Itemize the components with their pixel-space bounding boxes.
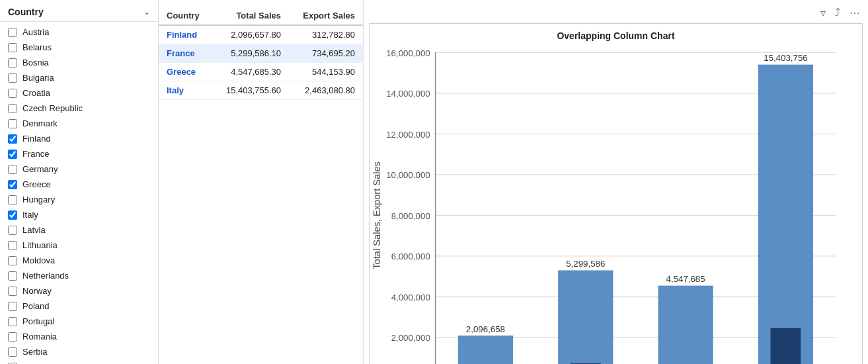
filter-item-label: Latvia (22, 225, 46, 235)
filter-checkbox[interactable] (8, 256, 17, 265)
svg-rect-19 (458, 336, 513, 364)
filter-checkbox[interactable] (8, 58, 17, 68)
filter-checkbox[interactable] (8, 89, 17, 98)
filter-checkbox[interactable] (8, 241, 17, 250)
filter-item[interactable]: Moldova (0, 253, 158, 268)
data-table-panel: CountryTotal SalesExport Sales Finland2,… (159, 0, 364, 364)
svg-rect-36 (771, 328, 801, 364)
filter-checkbox[interactable] (8, 332, 17, 341)
filter-icon[interactable]: ▿ (818, 5, 828, 21)
filter-checkbox[interactable] (8, 302, 17, 311)
filter-item[interactable]: Netherlands (0, 268, 158, 283)
table-cell-total-sales: 5,299,586.10 (212, 44, 289, 63)
filter-item[interactable]: Italy (0, 207, 158, 222)
svg-text:Total Sales, Export Sales: Total Sales, Export Sales (372, 161, 382, 269)
filter-checkbox[interactable] (8, 180, 17, 189)
table-cell-total-sales: 2,096,657.80 (212, 25, 289, 44)
filter-checkbox[interactable] (8, 43, 17, 52)
table-cell-country: Italy (159, 81, 212, 100)
filter-item[interactable]: Romania (0, 329, 158, 344)
svg-text:16,000,000: 16,000,000 (386, 48, 430, 58)
filter-checkbox[interactable] (8, 73, 17, 83)
filter-checkbox[interactable] (8, 195, 17, 205)
chart-svg-wrapper: 02,000,0004,000,0006,000,0008,000,00010,… (370, 44, 862, 364)
filter-header: Country ⌄ (0, 0, 158, 22)
table-cell-country: France (159, 44, 212, 63)
expand-icon[interactable]: ⤴ (832, 5, 843, 21)
filter-item-label: Hungary (22, 195, 55, 205)
filter-item-label: Poland (22, 301, 49, 311)
filter-item-label: France (22, 149, 49, 159)
filter-item[interactable]: Finland (0, 131, 158, 146)
table-cell-export-sales: 2,463,080.80 (289, 81, 363, 100)
filter-item[interactable]: Croatia (0, 85, 158, 101)
filter-checkbox[interactable] (8, 317, 17, 326)
svg-rect-34 (758, 65, 813, 364)
filter-checkbox[interactable] (8, 165, 17, 174)
filter-item-label: Finland (22, 134, 51, 144)
filter-item-label: Norway (22, 286, 52, 296)
table-row: Greece4,547,685.30544,153.90 (159, 63, 363, 81)
svg-text:4,000,000: 4,000,000 (391, 293, 430, 302)
filter-checkbox[interactable] (8, 134, 17, 144)
table-cell-total-sales: 15,403,755.60 (212, 81, 289, 100)
svg-text:12,000,000: 12,000,000 (386, 130, 430, 140)
filter-checkbox[interactable] (8, 28, 17, 37)
chart-panel: ▿ ⤴ ⋯ Overlapping Column Chart 02,000,00… (364, 0, 868, 364)
filter-checkbox[interactable] (8, 104, 17, 113)
filter-item-label: Bulgaria (22, 73, 54, 83)
filter-item[interactable]: Czech Republic (0, 101, 158, 116)
filter-item-label: Belarus (22, 42, 52, 52)
filter-item[interactable]: Lithuania (0, 238, 158, 253)
filter-item[interactable]: Austria (0, 24, 158, 40)
filter-item[interactable]: Greece (0, 177, 158, 192)
svg-rect-24 (558, 270, 613, 364)
filter-title: Country (8, 7, 44, 17)
svg-text:5,299,586: 5,299,586 (566, 259, 605, 269)
filter-checkbox[interactable] (8, 226, 17, 235)
table-cell-export-sales: 544,153.90 (289, 63, 363, 81)
filter-item-label: Moldova (22, 255, 55, 265)
filter-item[interactable]: Germany (0, 161, 158, 177)
filter-item[interactable]: Portugal (0, 314, 158, 329)
filter-item-label: Croatia (22, 88, 50, 98)
filter-item-label: Portugal (22, 316, 54, 326)
svg-text:2,000,000: 2,000,000 (391, 333, 430, 343)
filter-item[interactable]: Poland (0, 298, 158, 314)
filter-checkbox[interactable] (8, 271, 17, 281)
table-header: Total Sales (212, 7, 289, 25)
filter-item-label: Greece (22, 179, 51, 189)
more-options-icon[interactable]: ⋯ (847, 5, 863, 21)
svg-text:8,000,000: 8,000,000 (391, 211, 430, 221)
svg-text:15,403,756: 15,403,756 (764, 53, 808, 63)
filter-item-label: Germany (22, 164, 58, 174)
table-cell-export-sales: 734,695.20 (289, 44, 363, 63)
filter-item[interactable]: Latvia (0, 222, 158, 238)
filter-item[interactable]: Belarus (0, 40, 158, 55)
filter-item-label: Netherlands (22, 271, 69, 281)
filter-collapse-icon[interactable]: ⌄ (143, 7, 150, 17)
filter-item[interactable]: Hungary (0, 192, 158, 207)
table-header: Country (159, 7, 212, 25)
filter-item[interactable]: Denmark (0, 116, 158, 131)
filter-item[interactable]: Norway (0, 283, 158, 298)
table-row: Finland2,096,657.80312,782.80 (159, 25, 363, 44)
filter-checkbox[interactable] (8, 287, 17, 296)
filter-checkbox[interactable] (8, 347, 17, 357)
svg-text:4,547,685: 4,547,685 (666, 274, 705, 284)
svg-text:14,000,000: 14,000,000 (386, 89, 430, 99)
filter-checkbox[interactable] (8, 119, 17, 128)
svg-text:6,000,000: 6,000,000 (391, 251, 430, 261)
filter-checkbox[interactable] (8, 210, 17, 220)
filter-item-label: Austria (22, 27, 49, 37)
filter-item[interactable]: France (0, 146, 158, 161)
filter-checkbox[interactable] (8, 150, 17, 159)
table-row: Italy15,403,755.602,463,080.80 (159, 81, 363, 100)
filter-item[interactable]: Spain (0, 359, 158, 364)
filter-item[interactable]: Bosnia (0, 55, 158, 70)
svg-text:2,096,658: 2,096,658 (466, 324, 505, 334)
chart-area: Overlapping Column Chart 02,000,0004,000… (369, 23, 863, 364)
filter-item[interactable]: Serbia (0, 344, 158, 359)
filter-item-label: Lithuania (22, 240, 58, 250)
filter-item[interactable]: Bulgaria (0, 70, 158, 85)
